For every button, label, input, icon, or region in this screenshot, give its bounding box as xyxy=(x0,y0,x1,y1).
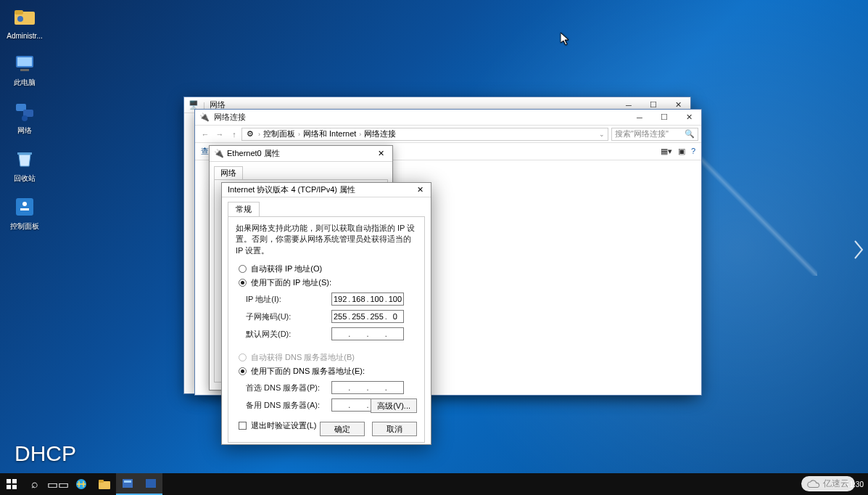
radio-icon xyxy=(239,279,247,287)
address-bar: ← → ↑ ⚙ › 控制面板 › 网络和 Internet › 网络连接 ⌄ 搜… xyxy=(195,126,701,143)
desktop-icon-label: 此电脑 xyxy=(3,78,46,88)
tab-network[interactable]: 网络 xyxy=(214,166,243,179)
input-preferred-dns[interactable]: . . . xyxy=(331,381,404,394)
advanced-button[interactable]: 高级(V)... xyxy=(371,398,417,413)
search-icon: ⌕ xyxy=(31,478,38,491)
view-options-icon[interactable]: ▦▾ xyxy=(661,147,672,156)
desktop-icon-recycle-bin[interactable]: 回收站 xyxy=(3,147,46,184)
radio-label: 使用下面的 DNS 服务器地址(E): xyxy=(251,366,365,377)
close-button[interactable]: ✕ xyxy=(369,149,392,158)
network-icon xyxy=(13,99,36,123)
back-button[interactable]: ← xyxy=(198,130,212,139)
radio-auto-dns: 自动获得 DNS 服务器地址(B) xyxy=(239,352,417,363)
task-view-icon: ▭▭ xyxy=(47,478,69,491)
desktop-icon-admin[interactable]: Administr... xyxy=(3,6,46,40)
svg-rect-16 xyxy=(7,485,11,489)
chevron-down-icon[interactable]: ⌄ xyxy=(599,131,605,138)
window-title: 网络连接 xyxy=(214,112,246,123)
radio-auto-ip[interactable]: 自动获得 IP 地址(O) xyxy=(239,263,417,274)
explorer-window-icon xyxy=(144,477,157,490)
taskbar[interactable]: ⌕ ▭▭ ˄ 🖧 11:30 xyxy=(0,473,868,495)
input-subnet-mask[interactable]: 255. 255. 255. 0 xyxy=(331,310,404,323)
folder-icon xyxy=(98,478,111,491)
svg-rect-23 xyxy=(146,479,156,488)
svg-rect-6 xyxy=(20,69,29,71)
close-button[interactable]: ✕ xyxy=(409,185,431,195)
label-preferred-dns: 首选 DNS 服务器(P): xyxy=(246,382,326,393)
radio-icon xyxy=(239,265,247,273)
svg-rect-20 xyxy=(99,480,104,483)
svg-rect-10 xyxy=(17,152,32,155)
svg-rect-21 xyxy=(123,479,133,488)
desktop-icon-label: 回收站 xyxy=(3,173,46,184)
svg-rect-11 xyxy=(16,198,33,216)
recycle-bin-icon xyxy=(13,147,36,171)
svg-rect-5 xyxy=(17,57,32,66)
close-button[interactable]: ✕ xyxy=(677,110,701,126)
svg-point-12 xyxy=(22,202,27,206)
radio-icon xyxy=(239,353,247,361)
desktop-icons: Administr... 此电脑 网络 回收站 控制面板 xyxy=(3,6,46,243)
control-panel-icon: ⚙ xyxy=(245,129,255,139)
input-ip-address[interactable]: 192. 168. 100. 100 xyxy=(331,292,404,306)
desktop-icon-this-pc[interactable]: 此电脑 xyxy=(3,52,46,88)
breadcrumb[interactable]: ⚙ › 控制面板 › 网络和 Internet › 网络连接 ⌄ xyxy=(241,128,608,141)
desktop-icon-control-panel[interactable]: 控制面板 xyxy=(3,195,46,232)
radio-manual-ip[interactable]: 使用下面的 IP 地址(S): xyxy=(239,277,417,288)
tab-general[interactable]: 常规 xyxy=(228,202,260,216)
help-icon[interactable]: ? xyxy=(691,147,695,156)
label-subnet-mask: 子网掩码(U): xyxy=(246,311,326,322)
control-panel-icon xyxy=(13,195,36,218)
svg-rect-22 xyxy=(124,480,131,483)
radio-label: 自动获得 IP 地址(O) xyxy=(251,263,322,274)
desktop-icon-label: 网络 xyxy=(3,126,46,136)
breadcrumb-item[interactable]: 控制面板 xyxy=(263,128,295,139)
svg-rect-2 xyxy=(15,10,23,15)
cloud-icon xyxy=(807,479,820,489)
search-placeholder: 搜索"网络连接" xyxy=(615,128,669,139)
taskbar-ie[interactable] xyxy=(70,473,93,495)
checkbox-icon xyxy=(239,422,247,430)
task-view-button[interactable]: ▭▭ xyxy=(46,473,70,495)
computer-icon xyxy=(13,52,36,75)
details-pane-icon[interactable]: ▣ xyxy=(678,147,685,156)
description-text: 如果网络支持此功能，则可以获取自动指派的 IP 设置。否则，你需要从网络系统管理… xyxy=(236,223,417,256)
ok-button[interactable]: 确定 xyxy=(320,422,365,436)
server-manager-icon xyxy=(121,477,134,490)
input-default-gateway[interactable]: . . . xyxy=(331,327,404,340)
dialog-ipv4-properties[interactable]: Internet 协议版本 4 (TCP/IPv4) 属性 ✕ 常规 如果网络支… xyxy=(221,182,431,445)
radio-manual-dns[interactable]: 使用下面的 DNS 服务器地址(E): xyxy=(239,366,417,377)
breadcrumb-item[interactable]: 网络连接 xyxy=(364,128,396,139)
taskbar-explorer[interactable] xyxy=(93,473,116,495)
site-logo-watermark: 亿速云 xyxy=(801,476,855,491)
cancel-button[interactable]: 取消 xyxy=(372,422,417,436)
svg-point-3 xyxy=(17,16,23,22)
up-button[interactable]: ↑ xyxy=(227,130,241,139)
dialog-title: Internet 协议版本 4 (TCP/IPv4) 属性 xyxy=(228,184,355,195)
radio-label: 自动获得 DNS 服务器地址(B) xyxy=(251,352,355,363)
search-input[interactable]: 搜索"网络连接" 🔍 xyxy=(611,128,698,141)
forward-button[interactable]: → xyxy=(212,130,227,139)
carousel-next-button[interactable] xyxy=(852,240,865,263)
minimize-button[interactable]: ─ xyxy=(627,110,652,126)
taskbar-search[interactable]: ⌕ xyxy=(23,473,46,495)
dialog-title: Ethernet0 属性 xyxy=(227,148,280,159)
label-ip: IP 地址(I): xyxy=(246,294,326,305)
start-button[interactable] xyxy=(0,473,23,495)
user-folder-icon xyxy=(13,6,36,29)
search-icon: 🔍 xyxy=(685,129,695,139)
label-gateway: 默认网关(D): xyxy=(246,329,326,340)
taskbar-server-manager[interactable] xyxy=(116,473,139,495)
desktop-icon-network[interactable]: 网络 xyxy=(3,99,46,136)
svg-rect-15 xyxy=(12,479,17,483)
radio-label: 使用下面的 IP 地址(S): xyxy=(251,277,331,288)
breadcrumb-item[interactable]: 网络和 Internet xyxy=(303,128,356,139)
label-alternate-dns: 备用 DNS 服务器(A): xyxy=(246,400,326,411)
taskbar-running-window[interactable] xyxy=(139,473,162,495)
svg-rect-14 xyxy=(7,479,11,483)
internet-explorer-icon xyxy=(75,478,88,491)
maximize-button[interactable]: ☐ xyxy=(652,110,677,126)
network-connections-icon: 🔌 xyxy=(199,112,210,123)
desktop-icon-label: Administr... xyxy=(3,32,46,40)
desktop-icon-label: 控制面板 xyxy=(3,221,46,232)
